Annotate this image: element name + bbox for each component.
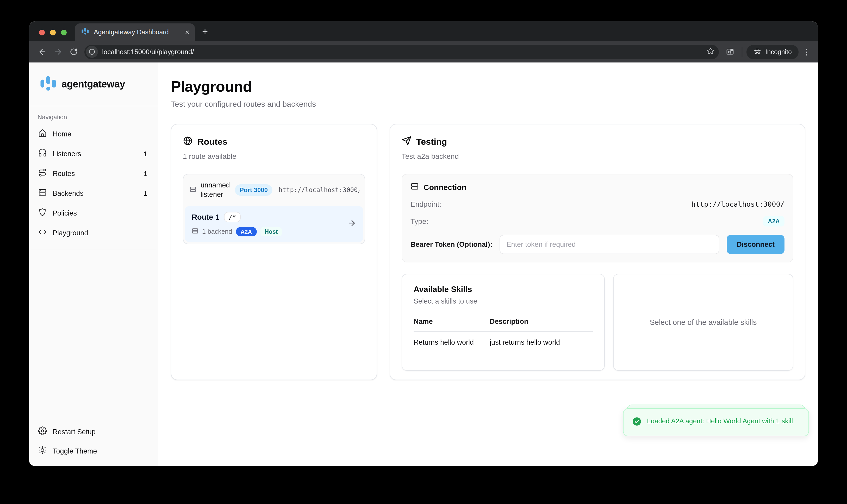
arrow-right-icon[interactable] — [348, 219, 356, 230]
sidebar-item-label: Listeners — [53, 150, 81, 158]
toolbar-divider — [742, 47, 743, 56]
sidebar-item-policies[interactable]: Policies — [33, 203, 154, 222]
sidebar: agentgateway Navigation Home Listeners 1… — [29, 62, 158, 466]
screenshot-stage: Agentgateway Dashboard ✕ + localhost:150… — [0, 0, 847, 504]
listener-row[interactable]: unnamed listener Port 3000 http://localh… — [183, 175, 365, 205]
toast-stack: Loaded A2A agent: Hello World Agent with… — [623, 408, 809, 436]
a2a-badge: A2A — [236, 227, 257, 237]
tab-favicon-logo-icon — [81, 28, 89, 37]
nav-group-divider — [31, 249, 156, 249]
sidebar-item-playground[interactable]: Playground — [33, 223, 154, 242]
new-tab-button[interactable]: + — [202, 26, 208, 37]
skill-row[interactable]: Returns hello world just returns hello w… — [413, 332, 593, 346]
sidebar-item-label: Home — [53, 130, 71, 138]
sidebar-item-count: 1 — [144, 189, 149, 197]
sidebar-item-label: Playground — [53, 229, 88, 237]
skills-title: Available Skills — [413, 285, 593, 294]
side-panel-search-icon[interactable] — [722, 44, 738, 60]
site-info-icon[interactable] — [86, 46, 98, 58]
tab-close-icon[interactable]: ✕ — [185, 30, 190, 35]
skills-col-description: Description — [490, 318, 593, 332]
url-bar[interactable]: localhost:15000/ui/playground/ — [84, 44, 719, 59]
sidebar-item-listeners[interactable]: Listeners 1 — [33, 144, 154, 163]
gear-icon — [38, 427, 47, 437]
available-skills-card: Available Skills Select a skills to use … — [402, 274, 605, 371]
route-item[interactable]: Route 1 /* 1 backend A2A Host — [185, 206, 363, 242]
home-icon — [38, 129, 47, 139]
browser-window: Agentgateway Dashboard ✕ + localhost:150… — [29, 21, 818, 466]
connection-section: Connection Endpoint: http://localhost:30… — [402, 174, 793, 263]
bearer-token-input[interactable] — [500, 235, 720, 254]
sidebar-item-count: 1 — [144, 150, 149, 158]
listener-group: unnamed listener Port 3000 http://localh… — [183, 174, 365, 245]
reload-icon[interactable] — [66, 44, 81, 60]
page-title: Playground — [171, 78, 805, 95]
restart-setup-button[interactable]: Restart Setup — [33, 422, 154, 441]
skills-col-name: Name — [413, 318, 490, 332]
toggle-theme-label: Toggle Theme — [53, 447, 97, 455]
sidebar-item-count: 1 — [144, 169, 149, 177]
incognito-icon — [754, 47, 762, 56]
send-icon — [402, 136, 411, 148]
nav-section-label: Navigation — [37, 113, 149, 121]
endpoint-value: http://localhost:3000/ — [691, 200, 784, 208]
routes-card-subtitle: 1 route available — [183, 152, 365, 160]
shield-icon — [38, 208, 47, 218]
close-window-button[interactable] — [39, 30, 45, 35]
restart-setup-label: Restart Setup — [53, 428, 95, 435]
listener-name: unnamed listener — [200, 181, 231, 200]
skill-detail-placeholder: Select one of the available skills — [650, 318, 757, 326]
browser-tab[interactable]: Agentgateway Dashboard ✕ — [75, 23, 195, 41]
page-subtitle: Test your configured routes and backends — [171, 100, 805, 108]
url-text: localhost:15000/ui/playground/ — [102, 48, 707, 56]
success-toast[interactable]: Loaded A2A agent: Hello World Agent with… — [623, 408, 809, 436]
toggle-theme-button[interactable]: Toggle Theme — [33, 442, 154, 460]
incognito-label: Incognito — [765, 48, 792, 55]
brand[interactable]: agentgateway — [29, 62, 158, 106]
routes-card-title: Routes — [197, 137, 227, 147]
incognito-badge: Incognito — [747, 44, 798, 59]
headphones-icon — [38, 148, 47, 159]
type-label: Type: — [410, 217, 428, 226]
sun-icon — [38, 446, 47, 456]
route-backend-count: 1 backend — [202, 228, 232, 236]
sidebar-item-backends[interactable]: Backends 1 — [33, 184, 154, 202]
server-icon — [38, 188, 47, 198]
sidebar-item-home[interactable]: Home — [33, 124, 154, 143]
agentgateway-logo-icon — [40, 75, 57, 93]
testing-card-subtitle: Test a2a backend — [402, 152, 793, 160]
route-icon — [38, 168, 47, 179]
app-content: agentgateway Navigation Home Listeners 1… — [29, 62, 818, 466]
toast-message: Loaded A2A agent: Hello World Agent with… — [647, 416, 793, 429]
browser-menu-icon[interactable]: ⋮ — [798, 47, 813, 56]
tab-title: Agentgateway Dashboard — [94, 29, 180, 36]
server-icon — [192, 227, 198, 237]
zoom-window-button[interactable] — [61, 30, 67, 35]
minimize-window-button[interactable] — [50, 30, 56, 35]
forward-icon[interactable] — [50, 44, 66, 60]
bookmark-star-icon[interactable] — [707, 47, 715, 57]
skill-description: just returns hello world — [490, 332, 593, 346]
code-icon — [38, 228, 47, 238]
sidebar-item-label: Policies — [53, 209, 77, 217]
browser-toolbar: localhost:15000/ui/playground/ Incognito… — [29, 41, 818, 62]
host-badge: Host — [260, 227, 282, 237]
testing-card: Testing Test a2a backend Connection Endp… — [390, 124, 805, 380]
disconnect-button[interactable]: Disconnect — [727, 235, 784, 254]
back-icon[interactable] — [34, 44, 50, 60]
skill-detail-panel: Select one of the available skills — [613, 274, 793, 371]
type-badge: A2A — [763, 216, 784, 227]
server-icon — [190, 185, 196, 195]
sidebar-item-routes[interactable]: Routes 1 — [33, 164, 154, 183]
sidebar-item-label: Backends — [53, 189, 84, 197]
sidebar-item-label: Routes — [53, 169, 75, 177]
routes-card: Routes 1 route available unnamed listene… — [171, 124, 377, 380]
sidebar-footer: Restart Setup Toggle Theme — [29, 420, 158, 466]
globe-icon — [183, 136, 193, 148]
brand-name: agentgateway — [61, 78, 125, 90]
skill-name: Returns hello world — [413, 332, 490, 346]
browser-tabstrip: Agentgateway Dashboard ✕ + — [29, 21, 818, 41]
server-icon — [410, 182, 419, 192]
skills-subtitle: Select a skills to use — [413, 297, 593, 305]
route-path-badge: /* — [224, 212, 241, 222]
